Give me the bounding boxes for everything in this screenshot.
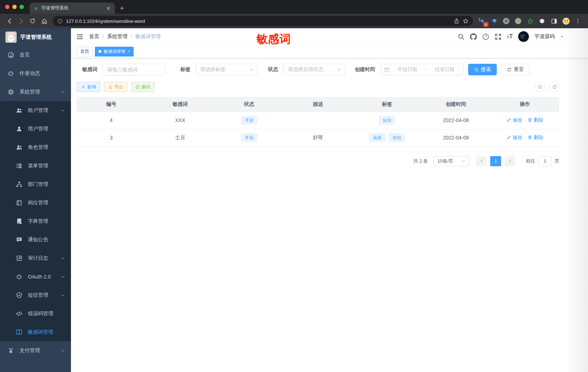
delete-link[interactable]: 删除 — [528, 134, 543, 141]
caret-down-icon[interactable] — [560, 35, 564, 39]
sidebar-item-0[interactable]: 首页 — [0, 46, 71, 64]
refresh-table-button[interactable] — [549, 82, 559, 92]
edit-link[interactable]: 修改 — [507, 117, 522, 124]
goto-label: 前往 — [526, 158, 535, 164]
keyword-label: 敏感词 — [82, 66, 97, 73]
browser-menu-button[interactable] — [574, 17, 582, 25]
add-button[interactable]: 新增 — [77, 82, 100, 92]
breadcrumb-current: 敏感词管理 — [135, 33, 161, 40]
username-text[interactable]: 芋道源码 — [534, 33, 555, 40]
delete-link[interactable]: 删除 — [528, 117, 543, 124]
puzzle-icon — [539, 18, 545, 24]
font-size-icon[interactable]: TT — [507, 34, 513, 39]
chevron-down-icon — [61, 256, 65, 260]
export-button[interactable]: 导出 — [104, 82, 127, 92]
keyword-input[interactable] — [107, 67, 160, 72]
page-size-value: 10条/页 — [437, 158, 453, 164]
prev-page-button[interactable] — [476, 156, 487, 166]
back-button[interactable] — [5, 16, 14, 26]
home-icon — [41, 18, 47, 24]
sensitive-word-book-icon — [16, 329, 22, 335]
extensions-puzzle-icon[interactable] — [538, 17, 546, 25]
sidebar-item-8[interactable]: 岗位管理 — [0, 193, 71, 212]
sidebar-item-label: 作者动态 — [20, 70, 65, 77]
edit-link[interactable]: 修改 — [507, 134, 522, 141]
tag-select[interactable]: 请选择标签 — [196, 64, 258, 75]
sidebar-item-5[interactable]: 角色管理 — [0, 138, 71, 156]
filter-date: 创建时间 开始日期 - 结束日期 — [355, 64, 463, 75]
sidebar-item-12[interactable]: OAuth 2.0 — [0, 267, 71, 286]
extension-diamond-icon[interactable]: 9 — [478, 17, 487, 25]
tags-view-bar: 首页 敏感词管理 × — [71, 45, 588, 58]
search-icon[interactable] — [458, 33, 465, 40]
sidebar-item-9[interactable]: 字典管理 — [0, 212, 71, 230]
next-page-button[interactable] — [505, 156, 515, 166]
cmd-circle-icon: ⌘ — [503, 17, 510, 25]
test-button[interactable]: 测试 — [131, 82, 155, 92]
extension-green-star-icon[interactable] — [526, 17, 534, 25]
date-range-picker[interactable]: 开始日期 - 结束日期 — [380, 64, 463, 75]
github-icon[interactable] — [470, 33, 477, 40]
date-separator: - — [425, 67, 427, 72]
zoom-window-button[interactable] — [20, 5, 24, 9]
filter-tag: 标签 请选择标签 — [180, 64, 258, 75]
home-button[interactable] — [39, 16, 49, 26]
status-select[interactable]: 请选择启用状态 — [283, 64, 345, 75]
tab-close-icon[interactable]: × — [127, 49, 130, 54]
url-text[interactable]: 127.0.0.1:1024/system/sensitive-word — [66, 18, 450, 24]
sidebar-item-label: 敏感词管理 — [28, 329, 65, 335]
sidebar-item-1[interactable]: 作者动态 — [0, 64, 71, 83]
page-1-button[interactable]: 1 — [490, 156, 501, 166]
sidebar-item-13[interactable]: 短信管理 — [0, 286, 71, 304]
sidebar-item-2[interactable]: 系统管理 — [0, 83, 71, 101]
browser-tab[interactable]: 芋道管理系统 ✕ — [30, 3, 115, 14]
reset-button[interactable]: 重置 — [501, 64, 530, 75]
date-start-placeholder[interactable]: 开始日期 — [392, 66, 422, 73]
info-icon[interactable] — [57, 18, 63, 24]
extension-record-icon[interactable] — [514, 17, 522, 25]
bookmark-star-icon[interactable] — [463, 18, 469, 24]
search-button[interactable]: 搜索 — [468, 64, 497, 75]
sidebar-item-14[interactable]: 错误码管理 — [0, 304, 71, 323]
goto-page-input[interactable] — [538, 156, 552, 166]
sidebar-item-10[interactable]: 通知公告 — [0, 230, 71, 249]
breadcrumb-system[interactable]: 系统管理 — [107, 33, 127, 40]
sidebar-item-16[interactable]: 支付管理 — [0, 341, 71, 360]
close-window-button[interactable] — [5, 5, 9, 9]
extension-gem-icon[interactable] — [490, 17, 499, 25]
chevron-down-icon — [61, 275, 65, 279]
breadcrumb-home[interactable]: 首页 — [89, 33, 99, 40]
sidebar-item-15[interactable]: 敏感词管理 — [0, 323, 71, 341]
cell-tags: 蔬菜短信 — [353, 129, 421, 146]
toggle-search-button[interactable] — [535, 82, 545, 92]
help-icon[interactable]: ? — [482, 33, 489, 40]
user-avatar[interactable] — [518, 31, 529, 42]
tab-home[interactable]: 首页 — [77, 47, 93, 57]
date-end-placeholder[interactable]: 结束日期 — [430, 66, 459, 73]
sidebar-logo[interactable]: 芋道管理系统 — [0, 28, 71, 46]
address-bar[interactable]: 127.0.0.1:1024/system/sensitive-word — [53, 16, 473, 26]
app-title: 芋道管理系统 — [20, 34, 52, 41]
gear-icon — [8, 89, 14, 95]
reload-button[interactable] — [28, 16, 37, 26]
extension-command-icon[interactable]: ⌘ — [502, 17, 511, 25]
minimize-window-button[interactable] — [12, 5, 17, 9]
forward-button[interactable] — [16, 16, 26, 26]
tab-sensitive-word[interactable]: 敏感词管理 × — [95, 47, 134, 57]
side-panel-icon[interactable] — [550, 17, 558, 25]
sidebar-item-label: 岗位管理 — [28, 200, 65, 206]
collapse-sidebar-button[interactable] — [71, 28, 89, 45]
tab-close-icon[interactable]: ✕ — [105, 5, 111, 11]
sidebar-item-3[interactable]: 租户管理 — [0, 101, 71, 120]
profile-avatar[interactable] — [562, 17, 570, 25]
fullscreen-icon[interactable] — [495, 33, 501, 40]
page-size-select[interactable]: 10条/页 — [433, 156, 469, 166]
sidebar-item-4[interactable]: 用户管理 — [0, 120, 71, 138]
navbar-actions: ? TT 芋道源码 — [458, 31, 588, 42]
sidebar-item-6[interactable]: 菜单管理 — [0, 156, 71, 175]
sidebar-item-11[interactable]: 审计日志 — [0, 249, 71, 267]
new-tab-button[interactable]: + — [120, 3, 124, 14]
share-icon[interactable] — [454, 18, 459, 24]
chevron-down-icon — [61, 293, 65, 297]
sidebar-item-7[interactable]: 部门管理 — [0, 175, 71, 193]
